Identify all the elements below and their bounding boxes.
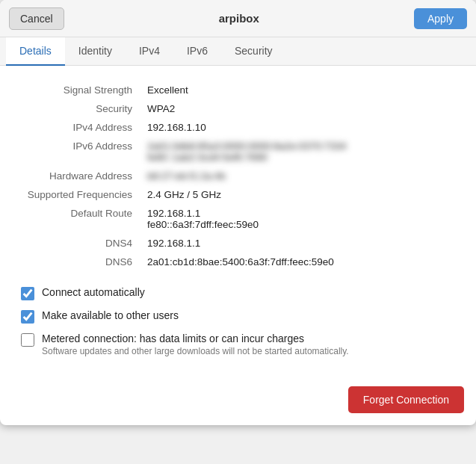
cancel-button[interactable]: Cancel [9, 7, 64, 30]
ipv6-address-label: IPv6 Address [18, 137, 141, 167]
dns6-label: DNS6 [18, 253, 141, 271]
security-label: Security [18, 99, 141, 118]
supported-freq-label: Supported Frequencies [18, 185, 141, 204]
tab-security[interactable]: Security [221, 37, 286, 66]
signal-strength-value: Excellent [141, 81, 458, 99]
connect-auto-label[interactable]: Connect automatically [42, 286, 145, 298]
default-route-value: 192.168.1.1 fe80::6a3f:7dff:feec:59e0 [141, 204, 458, 234]
default-route-value2: fe80::6a3f:7dff:feec:59e0 [147, 219, 259, 230]
network-settings-window: Cancel arpibox Apply Details Identity IP… [0, 0, 476, 425]
dns6-value: 2a01:cb1d:8bae:5400:6a3f:7dff:feec:59e0 [141, 253, 458, 271]
connect-auto-row: Connect automatically [18, 286, 458, 300]
apply-button[interactable]: Apply [414, 8, 467, 29]
forget-connection-button[interactable]: Forget Connection [348, 386, 464, 413]
details-content: Signal Strength Excellent Security WPA2 … [0, 66, 476, 377]
table-row: Signal Strength Excellent [18, 81, 458, 99]
tab-bar: Details Identity IPv4 IPv6 Security [0, 37, 476, 66]
table-row: Default Route 192.168.1.1 fe80::6a3f:7df… [18, 204, 458, 234]
ipv4-address-value: 192.168.1.10 [141, 118, 458, 137]
make-available-checkbox[interactable] [21, 310, 34, 324]
hardware-address-value: b8:27:eb:f1:2a:4b [141, 167, 458, 185]
table-row: IPv4 Address 192.168.1.10 [18, 118, 458, 137]
tab-identity[interactable]: Identity [65, 37, 126, 66]
table-row: Supported Frequencies 2.4 GHz / 5 GHz [18, 185, 458, 204]
hardware-address-value-blurred: b8:27:eb:f1:2a:4b [147, 170, 226, 182]
table-row: IPv6 Address 2a01:0db8:85a3:0000:0000:8a… [18, 137, 458, 167]
table-row: DNS4 192.168.1.1 [18, 234, 458, 253]
metered-sublabel: Software updates and other large downloa… [42, 346, 349, 356]
supported-freq-value: 2.4 GHz / 5 GHz [141, 185, 458, 204]
footer: Forget Connection [0, 377, 476, 425]
header: Cancel arpibox Apply [0, 0, 476, 37]
default-route-label: Default Route [18, 204, 141, 234]
dns4-value: 192.168.1.1 [141, 234, 458, 253]
ipv6-address-value: 2a01:0db8:85a3:0000:0000:8a2e:0370:7334 … [141, 137, 458, 167]
metered-checkbox[interactable] [21, 333, 34, 347]
security-value: WPA2 [141, 99, 458, 118]
details-table: Signal Strength Excellent Security WPA2 … [18, 81, 458, 271]
hardware-address-label: Hardware Address [18, 167, 141, 185]
window-title: arpibox [64, 12, 414, 25]
ipv6-address-value2-blurred: fe80::1ab2:3cd4:5ef6:7890 [147, 152, 268, 163]
table-row: Hardware Address b8:27:eb:f1:2a:4b [18, 167, 458, 185]
connect-auto-checkbox[interactable] [21, 287, 34, 300]
ipv6-address-value-blurred: 2a01:0db8:85a3:0000:0000:8a2e:0370:7334 [147, 140, 347, 152]
ipv4-address-label: IPv4 Address [18, 118, 141, 137]
make-available-label[interactable]: Make available to other users [42, 309, 179, 321]
signal-strength-label: Signal Strength [18, 81, 141, 99]
metered-label[interactable]: Metered connection: has data limits or c… [42, 332, 304, 344]
tab-ipv6[interactable]: IPv6 [173, 37, 221, 66]
make-available-row: Make available to other users [18, 309, 458, 324]
tab-details[interactable]: Details [6, 37, 65, 66]
metered-row: Metered connection: has data limits or c… [18, 332, 458, 356]
table-row: Security WPA2 [18, 99, 458, 118]
default-route-value1: 192.168.1.1 [147, 208, 200, 219]
table-row: DNS6 2a01:cb1d:8bae:5400:6a3f:7dff:feec:… [18, 253, 458, 271]
dns4-label: DNS4 [18, 234, 141, 253]
tab-ipv4[interactable]: IPv4 [126, 37, 173, 66]
